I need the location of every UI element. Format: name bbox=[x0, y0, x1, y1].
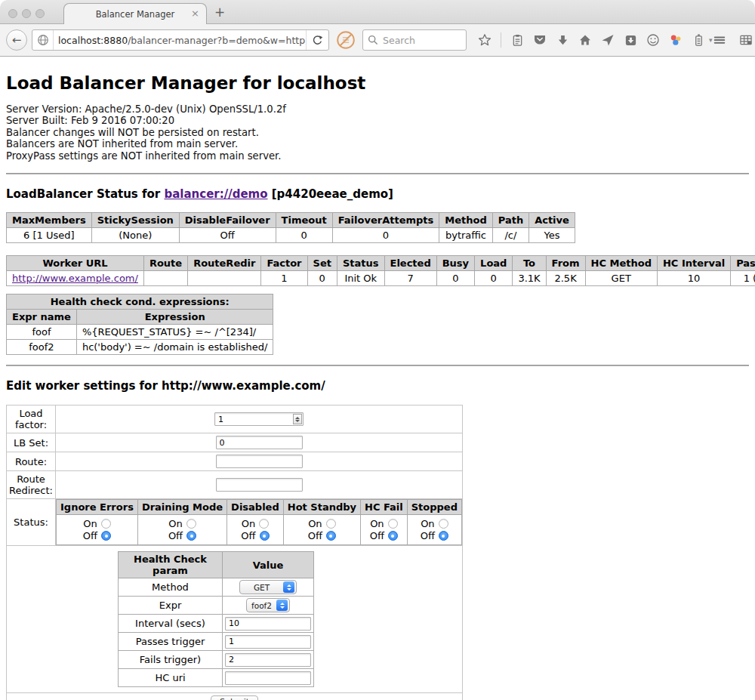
route-redirect-input[interactable] bbox=[216, 478, 303, 492]
video-download-button[interactable] bbox=[624, 33, 637, 47]
zoom-window-button[interactable] bbox=[35, 9, 45, 18]
battery-extension-button[interactable] bbox=[692, 33, 705, 47]
stopped-off-radio[interactable] bbox=[439, 531, 448, 541]
chat-button[interactable] bbox=[646, 33, 660, 47]
data-cell: (None) bbox=[91, 228, 179, 243]
disabled-off-radio[interactable] bbox=[260, 531, 270, 541]
minimize-window-button[interactable] bbox=[22, 9, 31, 18]
toolbar-icons: ▾ bbox=[478, 32, 713, 48]
hc-uri-input[interactable] bbox=[225, 671, 311, 685]
on-label: On bbox=[83, 518, 97, 529]
balancer-demo-link[interactable]: balancer://demo bbox=[164, 187, 267, 201]
data-cell: 2.5K bbox=[546, 271, 585, 286]
data-cell: /c/ bbox=[492, 228, 528, 243]
submit-button[interactable]: Submit bbox=[211, 695, 258, 700]
passes-trigger-input[interactable] bbox=[225, 635, 311, 649]
menu-button[interactable] bbox=[713, 33, 726, 47]
hc-fail-on-radio[interactable] bbox=[388, 519, 398, 529]
interval-input[interactable] bbox=[225, 617, 311, 631]
apps-grid-button[interactable] bbox=[739, 33, 753, 47]
search-bar[interactable] bbox=[362, 29, 467, 51]
selected-value: foof2 bbox=[247, 601, 276, 610]
reading-list-button[interactable] bbox=[510, 33, 524, 47]
home-button[interactable] bbox=[578, 33, 592, 47]
header-cell: Stopped bbox=[407, 500, 461, 515]
reload-button[interactable] bbox=[306, 30, 328, 50]
header-cell: Expr name bbox=[7, 310, 77, 325]
server-info-block: Server Version: Apache/2.5.0-dev (Unix) … bbox=[6, 103, 749, 162]
lb-set-label: LB Set: bbox=[7, 433, 56, 452]
pocket-button[interactable] bbox=[533, 33, 547, 47]
hot-standby-on-radio[interactable] bbox=[326, 519, 336, 529]
header-cell: Ignore Errors bbox=[57, 500, 138, 515]
header-cell: To bbox=[513, 256, 546, 271]
header-cell: Active bbox=[529, 213, 575, 228]
on-label: On bbox=[370, 518, 384, 529]
hot-standby-off-radio[interactable] bbox=[326, 531, 336, 541]
tab-close-icon[interactable]: × bbox=[191, 8, 199, 19]
heading-text: [p4420eeae_demo] bbox=[268, 187, 393, 201]
expr-label: Expr bbox=[119, 597, 223, 615]
tab-balancer-manager[interactable]: Balancer Manager × bbox=[63, 3, 207, 24]
header-cell: Disabled bbox=[227, 500, 284, 515]
table-row: Fails trigger) bbox=[119, 651, 314, 669]
load-factor-label: Load factor: bbox=[7, 406, 56, 433]
star-icon bbox=[478, 33, 492, 47]
lb-set-input[interactable] bbox=[216, 436, 303, 449]
table-row: foof %{REQUEST_STATUS} =~ /^[234]/ bbox=[7, 325, 273, 340]
draining-mode-on-radio[interactable] bbox=[186, 519, 196, 529]
ignore-errors-on-radio[interactable] bbox=[101, 519, 111, 529]
number-spinner[interactable] bbox=[293, 414, 302, 424]
content-blocked-button[interactable] bbox=[336, 30, 356, 50]
data-cell: 10 bbox=[657, 271, 730, 286]
header-cell: Set bbox=[307, 256, 337, 271]
hc-expr-select[interactable]: foof2 bbox=[246, 598, 290, 612]
site-identity-button[interactable] bbox=[32, 30, 54, 50]
send-tab-button[interactable] bbox=[601, 33, 615, 47]
back-button[interactable]: ← bbox=[6, 29, 27, 51]
worker-url-link[interactable]: http://www.example.com/ bbox=[12, 273, 138, 284]
edit-worker-heading: Edit worker settings for http://www.exam… bbox=[6, 379, 749, 393]
data-cell: GET bbox=[585, 271, 657, 286]
url-bar[interactable]: localhost:8880/balancer-manager?b=demo&w… bbox=[32, 29, 329, 51]
form-row-submit: Submit bbox=[7, 693, 463, 700]
url-input[interactable]: localhost:8880/balancer-manager?b=demo&w… bbox=[54, 35, 306, 46]
colors-extension-button[interactable] bbox=[669, 33, 683, 47]
tab-bar: Balancer Manager × + bbox=[0, 0, 755, 24]
disabled-on-radio[interactable] bbox=[259, 519, 269, 529]
load-factor-input[interactable] bbox=[215, 415, 293, 424]
table-title-cell: Health check cond. expressions: bbox=[7, 294, 273, 310]
stopped-on-radio[interactable] bbox=[439, 519, 448, 529]
hc-method-select[interactable]: GET bbox=[239, 580, 297, 594]
header-cell: Health Check param bbox=[119, 552, 223, 578]
close-window-button[interactable] bbox=[8, 9, 17, 18]
server-info-line: Server Version: Apache/2.5.0-dev (Unix) … bbox=[6, 103, 749, 115]
ignore-errors-off-radio[interactable] bbox=[101, 531, 111, 541]
header-cell: Timeout bbox=[276, 213, 332, 228]
table-row: Expr foof2 bbox=[119, 597, 314, 615]
draining-mode-off-radio[interactable] bbox=[186, 531, 196, 541]
header-cell: Draining Mode bbox=[137, 500, 226, 515]
new-tab-button[interactable]: + bbox=[214, 5, 225, 20]
divider bbox=[6, 173, 749, 174]
bookmark-star-button[interactable] bbox=[478, 33, 492, 47]
search-icon bbox=[368, 35, 378, 45]
route-input[interactable] bbox=[216, 455, 303, 468]
search-input[interactable] bbox=[381, 34, 461, 47]
form-row-health-check: Health Check param Value Method GET bbox=[7, 546, 463, 693]
status-radio-table: Ignore Errors Draining Mode Disabled Hot… bbox=[56, 499, 462, 545]
tab-title: Balancer Manager bbox=[96, 9, 175, 20]
status-hc-fail-cell: On Off bbox=[361, 515, 408, 545]
off-label: Off bbox=[241, 530, 255, 541]
header-cell: Value bbox=[223, 552, 314, 578]
data-cell: 3.1K bbox=[513, 271, 546, 286]
reload-icon bbox=[312, 35, 323, 46]
downloads-button[interactable] bbox=[556, 33, 569, 47]
url-path: /balancer-manager?b=demo&w=http://www.ex… bbox=[128, 35, 306, 46]
table-row: http://www.example.com/ 1 0 Init Ok 7 0 … bbox=[7, 271, 755, 286]
hc-uri-label: HC uri bbox=[119, 669, 223, 687]
status-label: Status: bbox=[7, 499, 56, 546]
hc-fail-off-radio[interactable] bbox=[388, 531, 398, 541]
status-hot-standby-cell: On Off bbox=[283, 515, 360, 545]
fails-trigger-input[interactable] bbox=[225, 653, 311, 667]
